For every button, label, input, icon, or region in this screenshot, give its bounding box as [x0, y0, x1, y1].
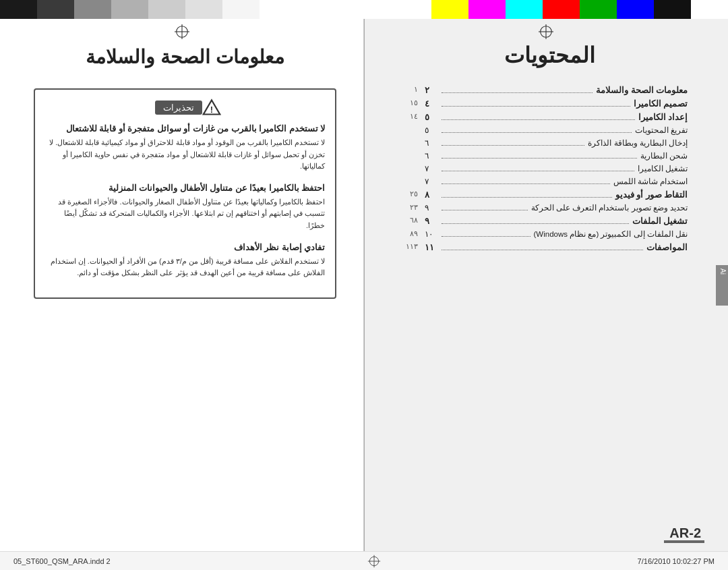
toc-left-page-num: ١١٣: [401, 242, 418, 251]
toc-label: إدخال البطارية وبطاقة الذاكرة: [588, 138, 688, 148]
toc-left-page-num: ٢٣: [401, 203, 418, 212]
ar-code: AR-2: [669, 525, 701, 541]
color-bar-swatch: [222, 0, 260, 19]
bottom-reg-mark: [367, 554, 381, 568]
side-tab-text: Ai: [718, 265, 728, 278]
toc-dots: [442, 132, 632, 133]
toc-label: نقل الملفات إلى الكمبيوتر (مع نظام Windo…: [534, 229, 688, 239]
toc-number: ٤: [425, 98, 438, 109]
toc-label: التقاط صور أو فيديو: [615, 190, 688, 200]
toc-label: إعداد الكاميرا: [638, 112, 688, 122]
toc-row-11: نقل الملفات إلى الكمبيوتر (مع نظام Windo…: [425, 229, 688, 239]
toc-dots: [442, 145, 584, 146]
toc-dots: [442, 236, 530, 237]
toc-row-4: إدخال البطارية وبطاقة الذاكرة٦: [425, 138, 688, 148]
toc-row-5: شحن البطارية٦: [425, 151, 688, 161]
toc-row-12: المواصفات١١١١٣: [425, 242, 688, 252]
toc-container: معلومات الصحة والسلامة٢١تصميم الكاميرا٤١…: [398, 85, 701, 252]
toc-label: تفريغ المحتويات: [635, 125, 688, 135]
color-bar-swatch: [260, 0, 297, 19]
toc-label: استخدام شاشة اللمس: [613, 177, 688, 186]
toc-row-10: تشغيل الملفات٩٦٨: [425, 216, 688, 226]
toc-dots: [442, 92, 593, 93]
toc-left-page-num: ٦٨: [401, 216, 418, 225]
color-bar-swatch: [111, 0, 148, 19]
color-bar-swatch: [0, 0, 37, 19]
top-color-bars: [0, 0, 728, 19]
toc-row-9: تحديد وضع تصوير باستخدام التعرف على الحر…: [425, 203, 688, 212]
color-bar-swatch: [654, 0, 691, 19]
page-divider: [364, 19, 365, 551]
toc-number: ٩: [425, 203, 438, 212]
warning-heading: تفادي إصابة نظر الأهداف: [45, 242, 325, 252]
toc-dots: [442, 106, 630, 107]
warning-box: ! تحذيرات لا تستخدم الكاميرا بالقرب من غ…: [34, 88, 336, 299]
color-bar-swatch: [148, 0, 185, 19]
warning-header: ! تحذيرات: [45, 98, 325, 117]
toc-row-7: استخدام شاشة اللمس٧: [425, 177, 688, 186]
warning-section-1: احتفظ بالكاميرا بعيدًا عن متناول الأطفال…: [45, 183, 325, 232]
toc-dots: [442, 197, 612, 198]
toc-number: ٧: [425, 177, 438, 186]
color-bar-swatch: [580, 0, 617, 19]
toc-dots: [442, 223, 629, 224]
toc-number: ٩: [425, 216, 438, 226]
toc-dots: [442, 210, 528, 210]
toc-number: ٨: [425, 190, 438, 200]
warning-icon: !: [202, 98, 221, 117]
toc-number: ٦: [425, 138, 438, 148]
warning-text: لا تستخدم الكاميرا بالقرب من الوقود أو م…: [45, 137, 325, 173]
right-page: المحتويات معلومات الصحة والسلامة٢١تصميم …: [364, 19, 728, 551]
toc-number: ٧: [425, 164, 438, 173]
toc-number: ٢: [425, 85, 438, 95]
toc-row-1: تصميم الكاميرا٤١٥: [425, 98, 688, 109]
toc-left-page-num: ١٥: [401, 98, 418, 107]
color-bar-swatch: [185, 0, 222, 19]
color-bar-swatch: [543, 0, 580, 19]
toc-number: ١١: [425, 242, 438, 252]
ar-footer-bar: [664, 540, 704, 543]
warning-section-0: لا تستخدم الكاميرا بالقرب من غازات أو سو…: [45, 123, 325, 173]
toc-row-6: تشغيل الكاميرا٧: [425, 164, 688, 173]
warning-sections: لا تستخدم الكاميرا بالقرب من غازات أو سو…: [45, 123, 325, 279]
toc-left-page-num: ١: [401, 85, 418, 94]
toc-left-page-num: ٢٥: [401, 190, 418, 198]
color-bar-swatch: [691, 0, 728, 19]
left-page: معلومات الصحة والسلامة ! تحذيرات لا تستخ…: [0, 19, 364, 551]
color-bar-swatch: [617, 0, 654, 19]
toc-row-8: التقاط صور أو فيديو٨٢٥: [425, 190, 688, 200]
bottom-left-text: 05_ST600_QSM_ARA.indd 2: [13, 557, 111, 565]
right-page-reg-mark: [539, 24, 553, 42]
bottom-bar: 05_ST600_QSM_ARA.indd 2 7/16/2010 10:02:…: [0, 551, 728, 570]
side-tab: Ai: [716, 265, 728, 306]
color-bar-swatch: [506, 0, 543, 19]
toc-label: تشغيل الكاميرا: [638, 164, 688, 173]
toc-dots: [442, 171, 634, 171]
toc-dots: [442, 158, 637, 159]
toc-number: ٥: [425, 112, 438, 122]
toc-label: تشغيل الملفات: [632, 216, 688, 226]
toc-left-page-num: ٨٩: [401, 229, 418, 238]
toc-row-3: تفريغ المحتويات٥: [425, 125, 688, 135]
toc-dots: [442, 250, 643, 250]
svg-text:!: !: [210, 105, 212, 115]
warning-heading: لا تستخدم الكاميرا بالقرب من غازات أو سو…: [45, 123, 325, 134]
color-bar-swatch: [431, 0, 468, 19]
warning-section-2: تفادي إصابة نظر الأهدافلا تستخدم الفلاش …: [45, 242, 325, 279]
toc-label: معلومات الصحة والسلامة: [596, 85, 688, 95]
warning-label: تحذيرات: [155, 101, 202, 115]
bottom-right-text: 7/16/2010 10:02:27 PM: [638, 557, 715, 565]
toc-left-page-num: ١٤: [401, 112, 418, 121]
toc-label: تصميم الكاميرا: [634, 98, 688, 109]
toc-row-0: معلومات الصحة والسلامة٢١: [425, 85, 688, 95]
toc-label: شحن البطارية: [640, 151, 688, 161]
warning-text: لا تستخدم الفلاش على مسافة قريبة (أقل من…: [45, 256, 325, 279]
left-page-reg-mark: [175, 24, 189, 42]
warning-heading: احتفظ بالكاميرا بعيدًا عن متناول الأطفال…: [45, 183, 325, 193]
toc-number: ١٠: [425, 229, 438, 239]
toc-number: ٥: [425, 125, 438, 135]
toc-label: تحديد وضع تصوير باستخدام التعرف على الحر…: [531, 203, 688, 212]
left-page-title: معلومات الصحة والسلامة: [34, 46, 336, 68]
right-page-title: المحتويات: [398, 42, 701, 68]
color-bar-swatch: [74, 0, 111, 19]
